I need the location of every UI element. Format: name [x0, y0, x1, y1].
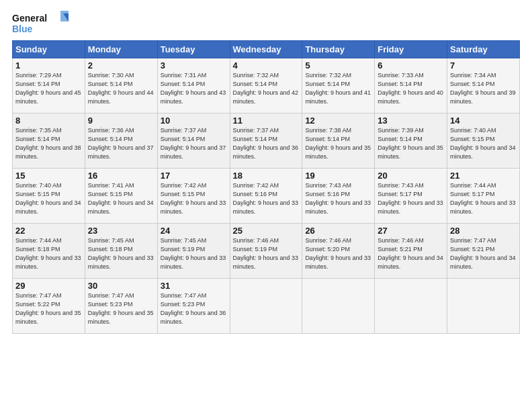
- day-info: Sunrise: 7:32 AMSunset: 5:14 PMDaylight:…: [305, 71, 371, 106]
- day-number: 2: [88, 60, 154, 71]
- day-number: 22: [15, 226, 82, 236]
- day-info: Sunrise: 7:46 AMSunset: 5:19 PMDaylight:…: [233, 236, 300, 271]
- day-number: 4: [233, 60, 300, 71]
- week-row-3: 15Sunrise: 7:40 AMSunset: 5:15 PMDayligh…: [13, 169, 520, 224]
- day-cell: [230, 279, 302, 334]
- day-number: 21: [450, 171, 517, 181]
- day-cell: 17Sunrise: 7:42 AMSunset: 5:15 PMDayligh…: [157, 169, 230, 224]
- day-info: Sunrise: 7:43 AMSunset: 5:17 PMDaylight:…: [378, 181, 444, 216]
- day-number: 18: [233, 171, 300, 181]
- day-cell: 24Sunrise: 7:45 AMSunset: 5:19 PMDayligh…: [157, 224, 230, 279]
- day-cell: 18Sunrise: 7:42 AMSunset: 5:16 PMDayligh…: [230, 169, 302, 224]
- day-number: 16: [88, 171, 154, 181]
- day-number: 25: [233, 226, 300, 236]
- day-info: Sunrise: 7:47 AMSunset: 5:23 PMDaylight:…: [88, 291, 154, 326]
- day-info: Sunrise: 7:42 AMSunset: 5:16 PMDaylight:…: [233, 181, 300, 216]
- header-row: SundayMondayTuesdayWednesdayThursdayFrid…: [13, 41, 520, 58]
- day-cell: 11Sunrise: 7:37 AMSunset: 5:14 PMDayligh…: [230, 113, 302, 169]
- day-cell: [302, 279, 375, 334]
- col-header-thursday: Thursday: [302, 41, 375, 58]
- day-info: Sunrise: 7:36 AMSunset: 5:14 PMDaylight:…: [88, 126, 154, 161]
- day-cell: 15Sunrise: 7:40 AMSunset: 5:15 PMDayligh…: [13, 169, 85, 224]
- day-info: Sunrise: 7:47 AMSunset: 5:21 PMDaylight:…: [450, 236, 517, 271]
- day-info: Sunrise: 7:31 AMSunset: 5:14 PMDaylight:…: [161, 71, 227, 106]
- day-cell: 28Sunrise: 7:47 AMSunset: 5:21 PMDayligh…: [447, 224, 520, 279]
- col-header-tuesday: Tuesday: [157, 41, 230, 58]
- day-cell: 31Sunrise: 7:47 AMSunset: 5:23 PMDayligh…: [157, 279, 230, 334]
- svg-text:Blue: Blue: [12, 24, 33, 34]
- day-info: Sunrise: 7:41 AMSunset: 5:15 PMDaylight:…: [88, 181, 154, 216]
- day-cell: 3Sunrise: 7:31 AMSunset: 5:14 PMDaylight…: [157, 58, 230, 113]
- day-info: Sunrise: 7:30 AMSunset: 5:14 PMDaylight:…: [88, 71, 154, 106]
- day-cell: 2Sunrise: 7:30 AMSunset: 5:14 PMDaylight…: [85, 58, 157, 113]
- day-number: 31: [161, 281, 227, 291]
- day-cell: 8Sunrise: 7:35 AMSunset: 5:14 PMDaylight…: [13, 113, 85, 169]
- day-number: 15: [15, 171, 82, 181]
- day-number: 19: [305, 171, 371, 181]
- day-number: 9: [88, 116, 154, 126]
- week-row-2: 8Sunrise: 7:35 AMSunset: 5:14 PMDaylight…: [13, 113, 520, 169]
- day-number: 1: [15, 60, 82, 71]
- day-info: Sunrise: 7:44 AMSunset: 5:17 PMDaylight:…: [450, 181, 517, 216]
- day-info: Sunrise: 7:38 AMSunset: 5:14 PMDaylight:…: [305, 126, 371, 161]
- day-cell: 26Sunrise: 7:46 AMSunset: 5:20 PMDayligh…: [302, 224, 375, 279]
- day-number: 7: [450, 60, 517, 71]
- day-number: 8: [15, 116, 82, 126]
- day-info: Sunrise: 7:39 AMSunset: 5:14 PMDaylight:…: [378, 126, 444, 161]
- day-cell: 5Sunrise: 7:32 AMSunset: 5:14 PMDaylight…: [302, 58, 375, 113]
- day-cell: [447, 279, 520, 334]
- day-cell: 29Sunrise: 7:47 AMSunset: 5:22 PMDayligh…: [13, 279, 85, 334]
- day-cell: 14Sunrise: 7:40 AMSunset: 5:15 PMDayligh…: [447, 113, 520, 169]
- day-cell: 19Sunrise: 7:43 AMSunset: 5:16 PMDayligh…: [302, 169, 375, 224]
- day-cell: 21Sunrise: 7:44 AMSunset: 5:17 PMDayligh…: [447, 169, 520, 224]
- day-info: Sunrise: 7:44 AMSunset: 5:18 PMDaylight:…: [15, 236, 82, 271]
- col-header-friday: Friday: [375, 41, 447, 58]
- col-header-wednesday: Wednesday: [230, 41, 302, 58]
- day-number: 13: [378, 116, 444, 126]
- day-info: Sunrise: 7:32 AMSunset: 5:14 PMDaylight:…: [233, 71, 300, 106]
- calendar-page: General Blue SundayMondayTuesdayWednesda…: [0, 0, 532, 411]
- day-number: 10: [161, 116, 227, 126]
- day-info: Sunrise: 7:29 AMSunset: 5:14 PMDaylight:…: [15, 71, 82, 106]
- day-number: 26: [305, 226, 371, 236]
- day-cell: 25Sunrise: 7:46 AMSunset: 5:19 PMDayligh…: [230, 224, 302, 279]
- day-number: 20: [378, 171, 444, 181]
- col-header-sunday: Sunday: [13, 41, 85, 58]
- day-number: 27: [378, 226, 444, 236]
- day-cell: 23Sunrise: 7:45 AMSunset: 5:18 PMDayligh…: [85, 224, 157, 279]
- day-info: Sunrise: 7:40 AMSunset: 5:15 PMDaylight:…: [450, 126, 517, 161]
- day-info: Sunrise: 7:34 AMSunset: 5:14 PMDaylight:…: [450, 71, 517, 106]
- day-cell: 1Sunrise: 7:29 AMSunset: 5:14 PMDaylight…: [13, 58, 85, 113]
- day-info: Sunrise: 7:42 AMSunset: 5:15 PMDaylight:…: [161, 181, 227, 216]
- day-number: 6: [378, 60, 444, 71]
- day-cell: 22Sunrise: 7:44 AMSunset: 5:18 PMDayligh…: [13, 224, 85, 279]
- day-info: Sunrise: 7:37 AMSunset: 5:14 PMDaylight:…: [233, 126, 300, 161]
- day-number: 30: [88, 281, 154, 291]
- day-cell: 10Sunrise: 7:37 AMSunset: 5:14 PMDayligh…: [157, 113, 230, 169]
- day-info: Sunrise: 7:40 AMSunset: 5:15 PMDaylight:…: [15, 181, 82, 216]
- day-cell: 9Sunrise: 7:36 AMSunset: 5:14 PMDaylight…: [85, 113, 157, 169]
- general-blue-logo: General Blue: [12, 11, 73, 35]
- day-number: 12: [305, 116, 371, 126]
- day-info: Sunrise: 7:46 AMSunset: 5:20 PMDaylight:…: [305, 236, 371, 271]
- day-info: Sunrise: 7:46 AMSunset: 5:21 PMDaylight:…: [378, 236, 444, 271]
- day-info: Sunrise: 7:43 AMSunset: 5:16 PMDaylight:…: [305, 181, 371, 216]
- day-info: Sunrise: 7:47 AMSunset: 5:23 PMDaylight:…: [161, 291, 227, 326]
- day-number: 28: [450, 226, 517, 236]
- day-number: 17: [161, 171, 227, 181]
- day-cell: 16Sunrise: 7:41 AMSunset: 5:15 PMDayligh…: [85, 169, 157, 224]
- day-cell: 4Sunrise: 7:32 AMSunset: 5:14 PMDaylight…: [230, 58, 302, 113]
- day-number: 29: [15, 281, 82, 291]
- day-number: 14: [450, 116, 517, 126]
- day-info: Sunrise: 7:45 AMSunset: 5:18 PMDaylight:…: [88, 236, 154, 271]
- day-cell: 27Sunrise: 7:46 AMSunset: 5:21 PMDayligh…: [375, 224, 447, 279]
- day-info: Sunrise: 7:37 AMSunset: 5:14 PMDaylight:…: [161, 126, 227, 161]
- day-info: Sunrise: 7:35 AMSunset: 5:14 PMDaylight:…: [15, 126, 82, 161]
- week-row-5: 29Sunrise: 7:47 AMSunset: 5:22 PMDayligh…: [13, 279, 520, 334]
- day-cell: 6Sunrise: 7:33 AMSunset: 5:14 PMDaylight…: [375, 58, 447, 113]
- week-row-1: 1Sunrise: 7:29 AMSunset: 5:14 PMDaylight…: [13, 58, 520, 113]
- col-header-monday: Monday: [85, 41, 157, 58]
- day-info: Sunrise: 7:45 AMSunset: 5:19 PMDaylight:…: [161, 236, 227, 271]
- day-info: Sunrise: 7:33 AMSunset: 5:14 PMDaylight:…: [378, 71, 444, 106]
- calendar-table: SundayMondayTuesdayWednesdayThursdayFrid…: [12, 40, 520, 334]
